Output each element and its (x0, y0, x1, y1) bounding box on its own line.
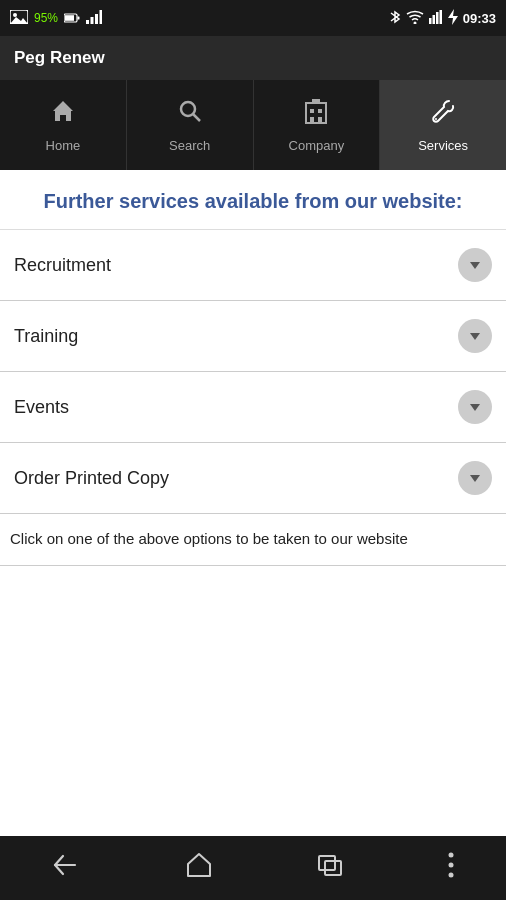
app-title: Peg Renew (14, 48, 105, 68)
tab-home[interactable]: Home (0, 80, 127, 170)
service-item-recruitment[interactable]: Recruitment (0, 230, 506, 301)
search-icon (176, 97, 204, 132)
service-item-order-printed-copy[interactable]: Order Printed Copy (0, 443, 506, 514)
svg-rect-21 (310, 117, 314, 123)
chevron-order-printed-copy[interactable] (458, 461, 492, 495)
services-heading: Further services available from our webs… (0, 170, 506, 230)
tab-bar: Home Search Company Services (0, 80, 506, 170)
time-display: 09:33 (463, 11, 496, 26)
battery-percentage: 95% (34, 11, 58, 25)
back-button[interactable] (43, 844, 91, 892)
service-label-training: Training (14, 326, 78, 347)
service-item-events[interactable]: Events (0, 372, 506, 443)
tab-company[interactable]: Company (254, 80, 381, 170)
tab-company-label: Company (289, 138, 345, 153)
tab-search[interactable]: Search (127, 80, 254, 170)
tab-services[interactable]: Services (380, 80, 506, 170)
chevron-training[interactable] (458, 319, 492, 353)
signal-bars-icon (86, 10, 102, 27)
home-icon (49, 97, 77, 132)
svg-point-33 (448, 853, 453, 858)
status-right: 09:33 (389, 9, 496, 28)
svg-marker-28 (470, 475, 480, 482)
svg-rect-9 (100, 10, 103, 24)
svg-rect-5 (78, 16, 80, 19)
svg-point-16 (181, 102, 195, 116)
battery-icon (64, 11, 80, 26)
home-button[interactable] (176, 842, 222, 894)
svg-rect-23 (312, 99, 320, 104)
svg-rect-6 (86, 20, 89, 24)
svg-line-17 (193, 114, 200, 121)
svg-rect-11 (429, 18, 432, 24)
status-bar: 95% 09:33 (0, 0, 506, 36)
service-label-events: Events (14, 397, 69, 418)
chevron-events[interactable] (458, 390, 492, 424)
svg-rect-18 (306, 103, 326, 123)
svg-marker-2 (10, 17, 28, 24)
svg-rect-31 (319, 856, 335, 870)
svg-rect-20 (318, 109, 322, 113)
tab-search-label: Search (169, 138, 210, 153)
svg-point-24 (435, 118, 437, 120)
wrench-icon (429, 97, 457, 132)
svg-point-10 (413, 21, 416, 24)
svg-marker-15 (448, 9, 458, 25)
svg-point-34 (448, 863, 453, 868)
cell-signal-icon (429, 10, 443, 27)
bluetooth-icon (389, 9, 401, 28)
svg-point-35 (448, 873, 453, 878)
tab-home-label: Home (46, 138, 81, 153)
service-item-training[interactable]: Training (0, 301, 506, 372)
svg-rect-14 (439, 10, 442, 24)
service-label-recruitment: Recruitment (14, 255, 111, 276)
svg-rect-19 (310, 109, 314, 113)
svg-rect-22 (318, 117, 322, 123)
hint-text: Click on one of the above options to be … (0, 514, 506, 566)
svg-rect-32 (325, 861, 341, 875)
company-icon (302, 97, 330, 132)
status-left: 95% (10, 10, 102, 27)
svg-marker-27 (470, 404, 480, 411)
wifi-icon (406, 10, 424, 27)
svg-marker-30 (188, 854, 210, 876)
svg-rect-8 (95, 14, 98, 24)
tab-services-label: Services (418, 138, 468, 153)
svg-marker-25 (470, 262, 480, 269)
more-options-button[interactable] (438, 842, 464, 894)
svg-rect-12 (432, 15, 435, 24)
service-label-order-printed-copy: Order Printed Copy (14, 468, 169, 489)
svg-rect-13 (436, 12, 439, 24)
recents-button[interactable] (307, 844, 353, 892)
main-content: Further services available from our webs… (0, 170, 506, 566)
svg-rect-4 (65, 15, 74, 21)
title-bar: Peg Renew (0, 36, 506, 80)
bottom-nav (0, 836, 506, 900)
chevron-recruitment[interactable] (458, 248, 492, 282)
image-icon (10, 10, 28, 27)
svg-rect-7 (91, 17, 94, 24)
charging-icon (448, 9, 458, 28)
svg-point-1 (13, 13, 17, 17)
svg-marker-26 (470, 333, 480, 340)
